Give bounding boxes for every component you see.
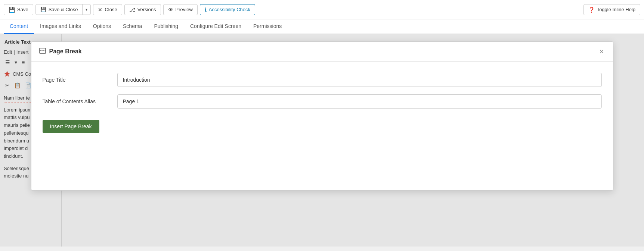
preview-label: Preview	[176, 7, 193, 12]
help-icon: ❓	[588, 7, 595, 13]
accessibility-icon: ℹ	[205, 7, 207, 13]
save-close-icon: 💾	[40, 7, 46, 12]
tab-permissions[interactable]: Permissions	[247, 19, 288, 34]
page-break-icon	[39, 47, 46, 56]
versions-icon: ⎇	[129, 7, 135, 13]
accessibility-check-button[interactable]: ℹ Accessibility Check	[200, 4, 255, 15]
tab-content[interactable]: Content	[4, 19, 34, 34]
modal-title: Page Break	[39, 47, 82, 56]
insert-btn-label: Insert Page Break	[50, 123, 92, 129]
main-area: Article Text Edit | Insert ☰ ▾ ≡ CMS Cor…	[0, 34, 644, 247]
page-break-modal: Page Break × Page Title Table of Content…	[31, 41, 613, 191]
save-close-split: 💾 Save & Close ▾	[35, 4, 91, 15]
save-button[interactable]: 💾 Save	[4, 4, 33, 15]
page-title-label: Page Title	[43, 77, 117, 83]
toggle-inline-help-label: Toggle Inline Help	[597, 7, 635, 12]
toolbar: 💾 Save 💾 Save & Close ▾ ✕ Close ⎇ Versio…	[0, 0, 644, 19]
insert-page-break-button[interactable]: Insert Page Break	[43, 120, 99, 133]
save-close-button[interactable]: 💾 Save & Close	[36, 4, 83, 15]
save-icon: 💾	[9, 7, 15, 13]
modal-header: Page Break ×	[31, 42, 613, 62]
save-label: Save	[17, 7, 28, 12]
accessibility-check-label: Accessibility Check	[209, 7, 250, 12]
tab-configure-edit-screen[interactable]: Configure Edit Screen	[184, 19, 247, 34]
modal-overlay: Page Break × Page Title Table of Content…	[0, 34, 644, 247]
close-label: Close	[105, 7, 117, 12]
tab-publishing[interactable]: Publishing	[148, 19, 184, 34]
tab-images-links[interactable]: Images and Links	[34, 19, 87, 34]
close-button[interactable]: ✕ Close	[93, 4, 122, 15]
tab-bar: Content Images and Links Options Schema …	[0, 19, 644, 34]
save-close-label: Save & Close	[49, 7, 78, 12]
save-close-dropdown[interactable]: ▾	[83, 4, 90, 15]
versions-button[interactable]: ⎇ Versions	[124, 4, 161, 15]
versions-label: Versions	[137, 7, 156, 12]
modal-close-button[interactable]: ×	[598, 47, 606, 56]
toc-alias-label: Table of Contents Alias	[43, 98, 117, 104]
insert-btn-row: Insert Page Break	[43, 116, 602, 133]
page-title-row: Page Title	[43, 73, 602, 87]
modal-body: Page Title Table of Contents Alias Inser…	[31, 62, 613, 144]
tab-schema[interactable]: Schema	[117, 19, 148, 34]
toc-alias-row: Table of Contents Alias	[43, 94, 602, 109]
preview-icon: 👁	[168, 7, 173, 13]
toggle-inline-help-button[interactable]: ❓ Toggle Inline Help	[583, 4, 640, 15]
tab-options[interactable]: Options	[87, 19, 117, 34]
toc-alias-input[interactable]	[117, 94, 602, 109]
page-title-input[interactable]	[117, 73, 602, 87]
close-icon: ✕	[98, 7, 102, 13]
preview-button[interactable]: 👁 Preview	[163, 4, 198, 15]
